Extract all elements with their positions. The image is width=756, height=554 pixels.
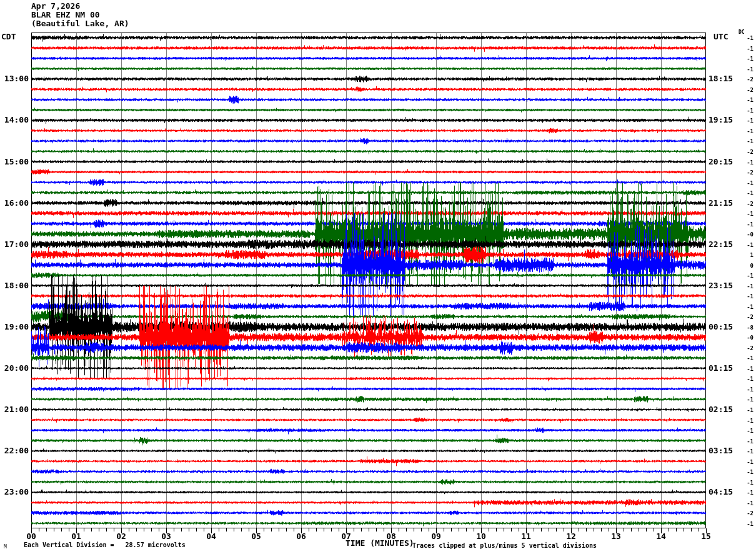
left-time-label: 16:00 (0, 199, 29, 208)
dc-offset-value: -1 (740, 469, 754, 475)
x-tick-label: 15 (695, 531, 717, 541)
dc-offset-value: -2 (740, 76, 754, 83)
dc-offset-value: -1 (740, 273, 754, 279)
dc-offset-value: -1 (740, 159, 754, 166)
dc-offset-value: -0 (740, 231, 754, 238)
right-time-label: 01:15 (709, 364, 733, 373)
right-time-label: 22:15 (709, 240, 733, 249)
dc-offset-value: -1 (740, 180, 754, 186)
dc-offset-value: -1 (740, 418, 754, 424)
dc-offset-value: -1 (740, 35, 754, 41)
x-tick-label: 01 (65, 531, 87, 541)
dc-offset-value: -1 (740, 366, 754, 372)
dc-offset-value: -1 (740, 448, 754, 455)
dc-offset-value: 1 (740, 252, 754, 258)
dc-offset-value: -1 (740, 459, 754, 465)
x-axis-title: TIME (MINUTES) (346, 538, 414, 548)
dc-offset-value: -1 (740, 396, 754, 403)
dc-offset-value: -1 (740, 355, 754, 361)
dc-offset-value: -8 (740, 325, 754, 331)
x-tick-label: 13 (605, 531, 627, 541)
dc-offset-value: -1 (740, 221, 754, 228)
left-time-label: 21:00 (0, 405, 29, 414)
x-tick-label: 00 (20, 531, 42, 541)
x-tick-label: 03 (155, 531, 177, 541)
left-time-label: 13:00 (0, 74, 29, 83)
dc-offset-value: -1 (740, 438, 754, 445)
dc-offset-header: DC (739, 29, 745, 35)
dc-offset-value: -1 (740, 190, 754, 196)
left-time-label: 14:00 (0, 116, 29, 124)
dc-offset-value: -1 (740, 128, 754, 134)
x-tick-label: 02 (110, 531, 132, 541)
right-time-label: 19:15 (709, 116, 733, 124)
right-timezone-label: UTC (714, 32, 728, 41)
dc-offset-value: -1 (740, 108, 754, 114)
footer-scale-note: Each Vertical Division = 28.57 microvolt… (24, 541, 186, 548)
right-time-label: 18:15 (709, 74, 733, 83)
x-tick-label: 11 (515, 531, 537, 541)
left-time-label: 15:00 (0, 158, 29, 166)
right-time-label: 02:15 (709, 405, 733, 414)
dc-offset-value: -1 (740, 211, 754, 217)
dc-offset-value: -1 (740, 376, 754, 382)
dc-offset-value: -1 (740, 407, 754, 413)
x-tick-label: 06 (290, 531, 312, 541)
header-station: BLAR EHZ NM 00 (31, 11, 100, 19)
footer-clip-note: Traces clipped at plus/minus 5 vertical … (412, 542, 597, 549)
header-location: (Beautiful Lake, AR) (31, 19, 129, 28)
corner-glyph: M (4, 544, 7, 550)
helicorder-page: Apr 7,2026 BLAR EHZ NM 00 (Beautiful Lak… (0, 0, 756, 554)
dc-offset-value: -1 (740, 480, 754, 486)
right-time-label: 23:15 (709, 281, 733, 290)
dc-offset-value: -1 (740, 293, 754, 300)
x-tick-label: 05 (245, 531, 267, 541)
left-time-label: 18:00 (0, 281, 29, 290)
dc-offset-value: -1 (740, 56, 754, 62)
dc-offset-value: -1 (740, 386, 754, 393)
dc-offset-value: -2 (740, 169, 754, 176)
dc-offset-value: -1 (740, 283, 754, 290)
seismogram-canvas (0, 0, 756, 554)
right-time-label: 03:15 (709, 446, 733, 455)
dc-offset-value: -1 (740, 118, 754, 124)
dc-offset-value: -1 (740, 428, 754, 434)
right-time-label: 04:15 (709, 488, 733, 496)
left-time-label: 19:00 (0, 323, 29, 331)
dc-offset-value: -1 (740, 46, 754, 52)
dc-offset-value: -1 (740, 304, 754, 310)
dc-offset-value: -1 (740, 500, 754, 506)
left-time-label: 20:00 (0, 364, 29, 373)
x-tick-label: 12 (560, 531, 582, 541)
dc-offset-value: -2 (740, 314, 754, 320)
x-tick-label: 09 (425, 531, 447, 541)
dc-offset-value: -1 (740, 97, 754, 103)
x-tick-label: 10 (470, 531, 492, 541)
dc-offset-value: -1 (740, 138, 754, 144)
header-date: Apr 7,2026 (31, 2, 80, 11)
dc-offset-value: -2 (740, 87, 754, 93)
dc-offset-value: -1 (740, 490, 754, 496)
x-tick-label: 04 (200, 531, 222, 541)
dc-offset-value: -2 (740, 201, 754, 207)
right-time-label: 20:15 (709, 158, 733, 166)
right-time-label: 00:15 (709, 323, 733, 331)
dc-offset-value: 0 (740, 263, 754, 269)
dc-offset-value: -2 (740, 345, 754, 351)
dc-offset-value: -2 (740, 149, 754, 155)
dc-offset-value: -2 (740, 510, 754, 516)
left-timezone-label: CDT (1, 32, 16, 41)
right-time-label: 21:15 (709, 199, 733, 208)
dc-offset-value: -1 (740, 66, 754, 73)
dc-offset-value: -1 (740, 521, 754, 527)
dc-offset-value: -0 (740, 335, 754, 341)
dc-offset-value: -1 (740, 242, 754, 248)
x-tick-label: 14 (650, 531, 672, 541)
left-time-label: 23:00 (0, 488, 29, 496)
left-time-label: 17:00 (0, 240, 29, 249)
left-time-label: 22:00 (0, 446, 29, 455)
